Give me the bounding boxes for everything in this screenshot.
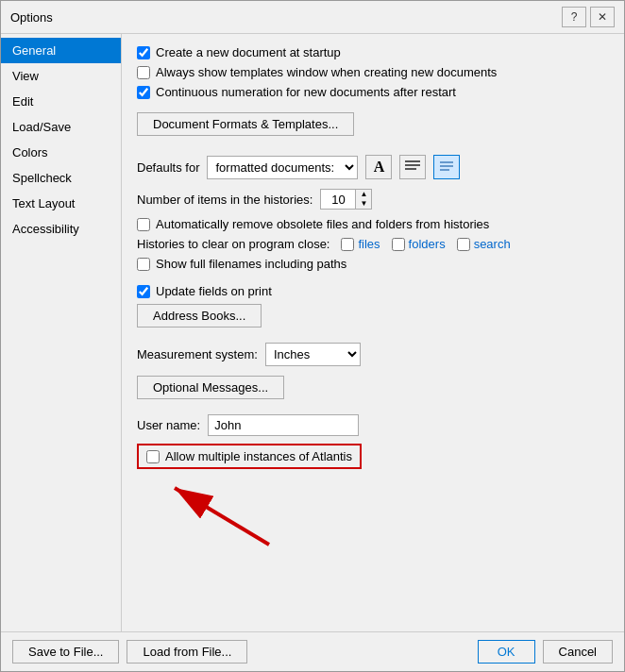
svg-line-7	[175, 488, 269, 545]
svg-rect-4	[440, 165, 453, 167]
address-books-row: Address Books...	[137, 304, 609, 328]
svg-rect-5	[440, 169, 449, 171]
histories-clear-row: Histories to clear on program close: fil…	[137, 237, 609, 251]
continuous-numeration-row: Continuous numeration for new documents …	[137, 85, 609, 99]
sidebar-item-edit[interactable]: Edit	[1, 89, 121, 114]
folders-label[interactable]: folders	[409, 237, 446, 251]
allow-multiple-instances-checkbox[interactable]	[146, 450, 160, 463]
sidebar-item-view[interactable]: View	[1, 63, 121, 89]
defaults-select[interactable]: formatted documents: plain text document…	[207, 156, 358, 179]
sidebar-item-spellcheck[interactable]: Spellcheck	[1, 165, 121, 191]
continuous-numeration-label[interactable]: Continuous numeration for new documents …	[156, 85, 456, 99]
update-fields-checkbox[interactable]	[137, 285, 150, 298]
optional-messages-button[interactable]: Optional Messages...	[137, 376, 284, 399]
auto-remove-row: Automatically remove obsolete files and …	[137, 217, 609, 231]
user-name-input[interactable]	[208, 414, 359, 436]
show-full-filenames-label[interactable]: Show full filenames including paths	[156, 257, 346, 271]
create-new-doc-row: Create a new document at startup	[137, 45, 609, 59]
always-show-templates-row: Always show templates window when creati…	[137, 65, 609, 79]
update-fields-row: Update fields on print	[137, 284, 609, 298]
dialog-title: Options	[10, 10, 53, 25]
allow-multiple-instances-box: Allow multiple instances of Atlantis	[137, 444, 362, 469]
sidebar-item-colors[interactable]: Colors	[1, 140, 121, 165]
show-full-filenames-checkbox[interactable]	[137, 258, 150, 271]
histories-label: Number of items in the histories:	[137, 193, 312, 207]
allow-multiple-instances-label[interactable]: Allow multiple instances of Atlantis	[165, 449, 352, 463]
doc-formats-button[interactable]: Document Formats & Templates...	[137, 112, 354, 136]
histories-value-input[interactable]	[321, 191, 355, 209]
show-full-filenames-row: Show full filenames including paths	[137, 257, 609, 271]
update-fields-label[interactable]: Update fields on print	[156, 284, 272, 298]
spin-down-button[interactable]: ▼	[356, 199, 371, 209]
files-checkbox[interactable]	[341, 238, 354, 251]
red-arrow-icon	[137, 479, 288, 554]
footer-right: OK Cancel	[478, 640, 613, 664]
defaults-row: Defaults for formatted documents: plain …	[137, 155, 609, 179]
options-dialog: Options ? ✕ General View Edit Load/Save …	[0, 0, 625, 672]
measurement-row: Measurement system: Inches Centimeters P…	[137, 343, 609, 366]
sidebar-item-accessibility[interactable]: Accessibility	[1, 216, 121, 242]
cancel-button[interactable]: Cancel	[543, 640, 613, 664]
general-content: Create a new document at startup Always …	[122, 34, 624, 631]
search-label[interactable]: search	[474, 237, 511, 251]
search-checkbox[interactable]	[457, 238, 470, 251]
measurement-label: Measurement system:	[137, 347, 258, 361]
search-check-group: search	[457, 237, 511, 251]
arrow-annotation	[137, 479, 609, 554]
sidebar-item-load-save[interactable]: Load/Save	[1, 114, 121, 140]
title-bar-controls: ? ✕	[562, 7, 615, 27]
create-new-doc-checkbox[interactable]	[137, 46, 150, 59]
always-show-templates-label[interactable]: Always show templates window when creati…	[156, 65, 497, 79]
histories-spinbox: ▲ ▼	[320, 189, 372, 210]
auto-remove-checkbox[interactable]	[137, 218, 150, 231]
files-label[interactable]: files	[358, 237, 380, 251]
create-new-doc-label[interactable]: Create a new document at startup	[156, 45, 341, 59]
svg-rect-0	[405, 160, 420, 162]
spin-up-button[interactable]: ▲	[356, 190, 371, 199]
user-name-label: User name:	[137, 418, 200, 432]
dialog-footer: Save to File... Load from File... OK Can…	[1, 631, 624, 671]
paragraph-icon-btn[interactable]	[399, 155, 426, 179]
continuous-numeration-checkbox[interactable]	[137, 86, 150, 99]
sidebar-item-text-layout[interactable]: Text Layout	[1, 191, 121, 216]
font-icon-btn[interactable]: A	[365, 155, 392, 179]
svg-rect-3	[440, 161, 453, 163]
title-bar: Options ? ✕	[1, 1, 624, 34]
save-to-file-button[interactable]: Save to File...	[12, 640, 119, 664]
help-button[interactable]: ?	[562, 7, 586, 27]
auto-remove-label[interactable]: Automatically remove obsolete files and …	[156, 217, 489, 231]
footer-left: Save to File... Load from File...	[12, 640, 247, 664]
sidebar: General View Edit Load/Save Colors Spell…	[1, 34, 122, 631]
doc-formats-row: Document Formats & Templates...	[137, 112, 609, 136]
style-icon-btn[interactable]	[433, 155, 460, 179]
histories-count-row: Number of items in the histories: ▲ ▼	[137, 189, 609, 210]
allow-multiple-instances-container: Allow multiple instances of Atlantis	[137, 444, 609, 475]
always-show-templates-checkbox[interactable]	[137, 66, 150, 79]
svg-rect-2	[405, 168, 416, 170]
user-name-row: User name:	[137, 414, 609, 436]
svg-rect-1	[405, 164, 420, 166]
histories-clear-label: Histories to clear on program close:	[137, 237, 329, 251]
measurement-select[interactable]: Inches Centimeters Points Picas	[265, 343, 361, 366]
folders-checkbox[interactable]	[392, 238, 405, 251]
files-check-group: files	[341, 237, 380, 251]
optional-messages-row: Optional Messages...	[137, 376, 609, 399]
address-books-button[interactable]: Address Books...	[137, 304, 262, 328]
folders-check-group: folders	[392, 237, 446, 251]
sidebar-item-general[interactable]: General	[1, 38, 121, 63]
dialog-body: General View Edit Load/Save Colors Spell…	[1, 34, 624, 631]
spin-buttons: ▲ ▼	[355, 190, 371, 209]
close-button[interactable]: ✕	[590, 7, 615, 27]
load-from-file-button[interactable]: Load from File...	[127, 640, 247, 664]
ok-button[interactable]: OK	[478, 640, 535, 664]
defaults-label: Defaults for	[137, 160, 199, 175]
